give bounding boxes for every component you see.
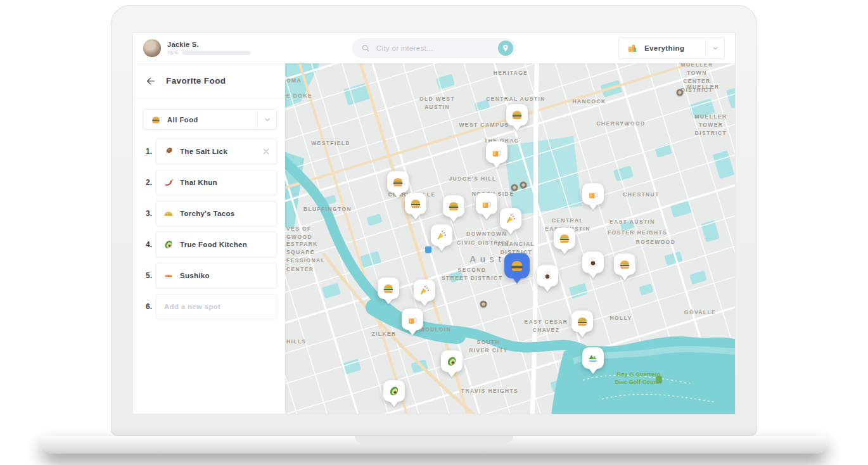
avocado-icon	[163, 239, 174, 250]
coffee-icon	[587, 256, 599, 269]
map-marker-burger[interactable]	[506, 104, 528, 125]
page-title: Favorite Food	[166, 76, 226, 86]
search-icon	[361, 44, 370, 53]
map-marker-burger[interactable]	[614, 253, 635, 275]
selected-map-marker-burger[interactable]	[504, 253, 530, 278]
burger-icon	[151, 115, 161, 125]
map-marker-beer[interactable]	[582, 183, 604, 205]
map-marker-burger[interactable]	[443, 195, 464, 217]
marker-pin	[405, 193, 426, 214]
map-marker-burger[interactable]	[387, 171, 409, 193]
favorite-food-list: 1.The Salt Lick2.Thai Khun3.Torchy's Tac…	[133, 139, 285, 319]
burger-icon	[618, 258, 631, 271]
avocado-icon	[445, 355, 458, 367]
spot-label: The Salt Lick	[180, 148, 227, 155]
map-marker-coffee[interactable]	[537, 265, 558, 286]
burger-icon	[509, 258, 525, 273]
spot-label: Torchy's Tacos	[180, 210, 234, 217]
search-input[interactable]	[375, 44, 493, 53]
burger-icon	[558, 232, 571, 245]
map-marker-avocado[interactable]	[383, 380, 405, 402]
add-new-spot-input[interactable]	[156, 294, 277, 319]
map-marker-burger[interactable]	[378, 277, 399, 299]
marker-pin	[378, 277, 399, 299]
map-marker-coffee[interactable]	[582, 252, 604, 273]
sidebar: Favorite Food All Food 1.The Salt Lick2.…	[133, 63, 285, 414]
metro-station-icon	[425, 246, 431, 253]
list-item-rank: 6.	[146, 302, 156, 311]
party-icon	[418, 284, 431, 296]
search-bar[interactable]	[352, 38, 516, 58]
map-marker-beer[interactable]	[476, 193, 497, 214]
marker-pin	[387, 171, 409, 193]
spot-card[interactable]: True Food Kitchen	[156, 232, 277, 257]
marker-pin	[582, 347, 604, 369]
category-label: All Food	[167, 116, 198, 124]
list-item-rank: 2.	[146, 178, 156, 187]
marker-pin	[414, 279, 435, 301]
spot-card[interactable]: Sushiko	[156, 263, 277, 288]
map-marker-party[interactable]	[414, 279, 435, 301]
coffee-icon	[541, 269, 554, 282]
map-marker-burger[interactable]	[571, 310, 593, 332]
taco-icon	[163, 208, 174, 219]
marker-pin	[582, 252, 604, 273]
poi-icon	[520, 182, 527, 189]
marker-pin	[537, 265, 558, 286]
marker-pin	[500, 208, 521, 229]
list-item-rank: 4.	[146, 240, 156, 249]
marker-pin	[476, 193, 497, 214]
city-icon	[627, 42, 638, 54]
list-item-rank: 3.	[146, 209, 156, 218]
marker-pin	[504, 253, 530, 278]
everything-filter-dropdown[interactable]: Everything	[618, 37, 725, 59]
map-marker-avocado[interactable]	[441, 350, 463, 372]
marker-pin	[614, 253, 635, 275]
beer-icon	[490, 146, 503, 158]
map-marker-party[interactable]	[500, 208, 521, 229]
chevron-down-icon[interactable]	[257, 110, 276, 129]
marker-pin	[554, 227, 575, 249]
locate-me-button[interactable]	[498, 41, 513, 56]
profile-progress-bar	[182, 51, 251, 55]
user-profile[interactable]: Jackie S. 76%	[143, 39, 251, 57]
marker-pin	[582, 183, 604, 205]
marker-pin	[571, 310, 593, 332]
map-marker-burger[interactable]	[405, 193, 426, 214]
map-marker-burger[interactable]	[554, 227, 575, 249]
map-marker-beer[interactable]	[402, 309, 423, 330]
list-item: 5.Sushiko	[133, 263, 277, 288]
profile-progress-percent: 76%	[167, 50, 179, 56]
list-item: 4.True Food Kitchen	[133, 232, 277, 257]
avatar[interactable]	[143, 39, 161, 57]
list-item: 2.Thai Khun	[133, 170, 277, 195]
close-icon[interactable]	[262, 148, 270, 155]
sushi-icon	[163, 270, 174, 281]
user-name: Jackie S.	[167, 41, 251, 48]
spot-card[interactable]: Thai Khun	[156, 170, 277, 195]
map[interactable]: HERITAGEMUELLER TOWN CENTER DISTRICTMUEL…	[285, 63, 735, 414]
beer-icon	[587, 188, 599, 200]
laptop-lid: Jackie S. 76% Everything	[111, 5, 757, 436]
park-icon	[587, 352, 599, 364]
beer-icon	[406, 313, 419, 326]
burger-icon	[409, 197, 422, 210]
back-button[interactable]	[146, 76, 156, 86]
burger-icon	[447, 200, 460, 212]
golf-poi-icon	[656, 376, 662, 382]
burger-icon	[392, 175, 404, 188]
laptop-notch	[355, 436, 513, 443]
filter-label: Everything	[644, 44, 684, 52]
spot-card[interactable]: The Salt Lick	[156, 139, 277, 164]
spot-card[interactable]: Torchy's Tacos	[156, 201, 277, 226]
marker-pin	[402, 309, 423, 330]
food-category-dropdown[interactable]: All Food	[143, 109, 277, 130]
map-marker-park[interactable]	[582, 347, 604, 369]
map-marker-party[interactable]	[431, 224, 452, 246]
chevron-down-icon[interactable]	[705, 38, 724, 58]
poi-icon	[511, 184, 518, 191]
beer-icon	[480, 197, 493, 210]
list-item-rank: 1.	[146, 147, 156, 156]
map-marker-beer[interactable]	[486, 141, 507, 163]
laptop-base	[41, 436, 827, 454]
